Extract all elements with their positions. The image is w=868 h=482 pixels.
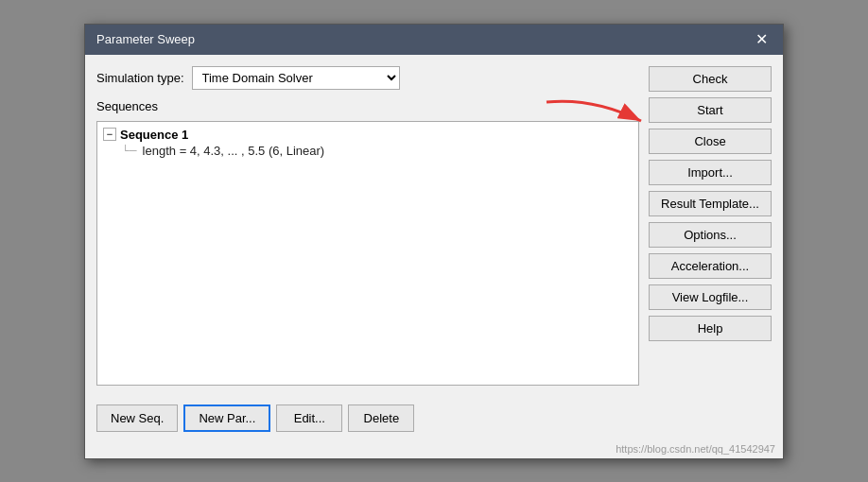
watermark: https://blog.csdn.net/qq_41542947	[85, 443, 783, 458]
right-panel: Check Start Close Import... Result Templ…	[649, 66, 772, 386]
parameter-sweep-dialog: Parameter Sweep ✕ Simulation type: Time …	[84, 24, 784, 459]
tree-line-icon: └─	[122, 145, 137, 156]
left-panel: Simulation type: Time Domain Solver Freq…	[96, 66, 639, 386]
sim-type-select[interactable]: Time Domain Solver Frequency Domain Solv…	[192, 66, 400, 90]
view-logfile-button[interactable]: View Logfile...	[649, 284, 772, 310]
check-button[interactable]: Check	[649, 66, 772, 92]
result-template-button[interactable]: Result Template...	[649, 191, 772, 216]
sequences-label: Sequences	[96, 99, 639, 113]
title-bar: Parameter Sweep ✕	[85, 25, 783, 55]
sequence-sub-item: └─ length = 4, 4.3, ... , 5.5 (6, Linear…	[103, 144, 633, 158]
close-dialog-button[interactable]: ✕	[752, 32, 772, 47]
dialog-title: Parameter Sweep	[96, 32, 195, 46]
sequence-name: Sequence 1	[120, 128, 188, 142]
delete-button[interactable]: Delete	[348, 405, 414, 432]
dialog-body: Simulation type: Time Domain Solver Freq…	[85, 55, 783, 397]
options-button[interactable]: Options...	[649, 222, 772, 248]
import-button[interactable]: Import...	[649, 160, 772, 185]
start-button[interactable]: Start	[649, 97, 772, 123]
sequence-item: − Sequence 1	[103, 128, 633, 142]
help-button[interactable]: Help	[649, 316, 772, 341]
new-par-button[interactable]: New Par...	[183, 405, 270, 432]
bottom-buttons-row: New Seq. New Par... Edit... Delete	[85, 397, 783, 443]
acceleration-button[interactable]: Acceleration...	[649, 253, 772, 279]
sim-type-label: Simulation type:	[96, 71, 184, 85]
sim-type-row: Simulation type: Time Domain Solver Freq…	[96, 66, 639, 90]
edit-button[interactable]: Edit...	[276, 405, 342, 432]
sequences-box: − Sequence 1 └─ length = 4, 4.3, ... , 5…	[96, 121, 639, 386]
close-button[interactable]: Close	[649, 129, 772, 154]
collapse-icon[interactable]: −	[103, 128, 116, 141]
sequence-param: length = 4, 4.3, ... , 5.5 (6, Linear)	[143, 144, 325, 158]
new-seq-button[interactable]: New Seq.	[96, 405, 178, 432]
